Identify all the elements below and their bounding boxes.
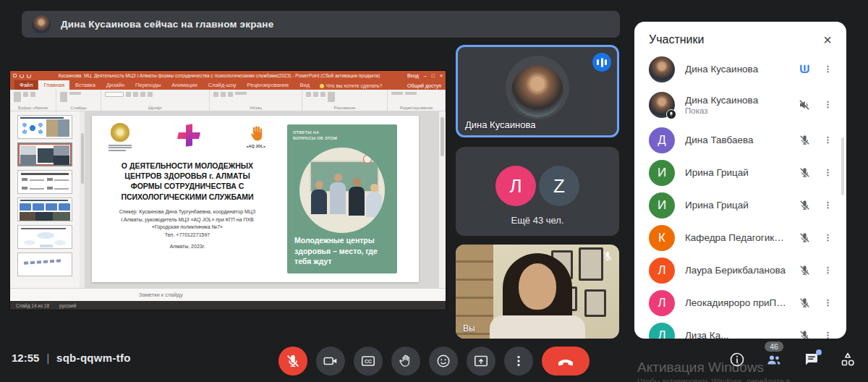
lightbulb-icon bbox=[320, 84, 324, 88]
close-icon[interactable]: × bbox=[823, 33, 832, 47]
more-options-button[interactable] bbox=[822, 167, 833, 178]
participants-scrollbar[interactable] bbox=[841, 137, 844, 195]
more-options-button[interactable] bbox=[822, 64, 833, 75]
more-options-button[interactable] bbox=[504, 347, 533, 375]
participant-row[interactable]: Д Дина Тавбаева bbox=[634, 124, 846, 156]
tab-review[interactable]: Рецензирование bbox=[242, 80, 294, 90]
audio-level-indicator bbox=[592, 53, 611, 72]
shared-screen-powerpoint: Кусаинова_МЦ_Деятельность МЦЗ г.Алматы ф… bbox=[10, 71, 446, 310]
ribbon-group-font[interactable]: Шрифт bbox=[101, 90, 210, 111]
raise-hand-button[interactable] bbox=[391, 347, 420, 375]
activities-button[interactable] bbox=[839, 351, 856, 368]
tab-animations[interactable]: Анимации bbox=[166, 80, 202, 90]
svg-text:CC: CC bbox=[365, 359, 372, 364]
tab-view[interactable]: Вид bbox=[294, 80, 315, 90]
screen-share-banner: Дина Кусаинова сейчас на главном экране bbox=[22, 11, 620, 38]
slide-logos: «AQ JOL» bbox=[102, 123, 273, 156]
more-options-button[interactable] bbox=[822, 232, 833, 243]
thumbnail-scrollbar[interactable] bbox=[80, 111, 85, 288]
tab-design[interactable]: Дизайн bbox=[101, 80, 129, 90]
green-panel-kicker: ОТВЕТЫ НА ВОПРОСЫ ОБ ЭТОМ bbox=[293, 130, 339, 142]
more-options-button[interactable] bbox=[822, 135, 833, 145]
participant-avatar: И bbox=[649, 160, 675, 186]
minimize-button[interactable]: – bbox=[424, 73, 427, 78]
tab-insert[interactable]: Вставка bbox=[70, 80, 101, 90]
mic-off-icon bbox=[797, 297, 812, 309]
slide-thumbnail[interactable] bbox=[17, 198, 72, 221]
mic-off-icon bbox=[797, 199, 812, 211]
more-options-button[interactable] bbox=[822, 99, 833, 110]
more-options-button[interactable] bbox=[822, 297, 833, 308]
captions-button[interactable]: CC bbox=[354, 347, 383, 375]
slide-footer: Алматы, 2023г. bbox=[170, 244, 205, 249]
people-button[interactable]: 46 bbox=[765, 351, 783, 368]
ribbon-group-drawing[interactable]: Рисование bbox=[302, 90, 388, 111]
share-button[interactable]: Общий доступ bbox=[407, 83, 441, 90]
speaker-video-tile[interactable]: Дина Кусаинова bbox=[456, 45, 619, 137]
slide-counter: Слайд 14 из 18 bbox=[16, 303, 49, 308]
participant-row[interactable]: Л Лиза Ка... bbox=[634, 319, 846, 339]
reactions-button[interactable] bbox=[429, 347, 458, 375]
participant-row[interactable]: И Ирина Грицай bbox=[634, 156, 846, 189]
slide-thumbnail[interactable] bbox=[17, 252, 72, 276]
participant-avatar: К bbox=[649, 225, 675, 251]
participant-row[interactable]: Л Лаура Берикбаланова bbox=[634, 254, 846, 286]
tab-transitions[interactable]: Переходы bbox=[130, 80, 166, 90]
self-face bbox=[519, 263, 556, 310]
tab-slideshow[interactable]: Слайд-шоу bbox=[203, 80, 242, 90]
slide-editing-area: «AQ JOL» О ДЕЯТЕЛЬНОСТИ МОЛОДЕЖНЫХ ЦЕНТР… bbox=[85, 111, 446, 288]
meeting-details-button[interactable] bbox=[728, 351, 746, 368]
ribbon-group-slides[interactable]: Слайды bbox=[56, 90, 101, 111]
ppt-quick-access-toolbar[interactable] bbox=[13, 74, 31, 78]
mic-toggle-button[interactable] bbox=[278, 347, 307, 375]
participant-row[interactable]: Дина Кусаинова bbox=[634, 53, 846, 85]
participant-avatar bbox=[649, 56, 675, 82]
slide-thumbnail-selected[interactable] bbox=[17, 143, 72, 166]
overflow-avatar: Z bbox=[539, 166, 579, 206]
ribbon-group-clipboard[interactable]: Буфер обмена bbox=[10, 90, 56, 111]
self-video-tile[interactable]: Вы bbox=[456, 245, 619, 339]
language-indicator: русский bbox=[59, 303, 76, 308]
participant-avatar: Л bbox=[649, 323, 675, 339]
youth-illustration bbox=[299, 148, 385, 233]
tab-home[interactable]: Главная bbox=[38, 80, 69, 90]
participant-avatar: Л bbox=[649, 258, 675, 284]
ppt-account-label[interactable]: Вход bbox=[407, 73, 419, 78]
pin-icon bbox=[666, 109, 676, 119]
slide-scrollbar[interactable] bbox=[439, 111, 446, 288]
slide-thumbnail[interactable] bbox=[17, 170, 72, 194]
close-button[interactable]: × bbox=[440, 73, 443, 78]
slide-phone: Тел. +77012271597 bbox=[165, 232, 210, 237]
tab-file[interactable]: Файл bbox=[14, 80, 38, 90]
maximize-button[interactable]: □ bbox=[432, 73, 435, 78]
more-options-button[interactable] bbox=[822, 200, 833, 211]
mic-off-icon bbox=[797, 232, 812, 244]
tell-me-search[interactable]: Что вы хотите сделать? bbox=[320, 83, 382, 90]
slide-title: О ДЕЯТЕЛЬНОСТИ МОЛОДЕЖНЫХ ЦЕНТРОВ ЗДОРОВ… bbox=[111, 161, 264, 202]
notes-pane[interactable]: Заметки к слайду bbox=[10, 288, 446, 301]
end-call-button[interactable] bbox=[542, 347, 590, 375]
participant-row[interactable]: Дина Кусаинова Показ bbox=[634, 85, 846, 124]
current-slide[interactable]: «AQ JOL» О ДЕЯТЕЛЬНОСТИ МОЛОДЕЖНЫХ ЦЕНТР… bbox=[92, 116, 419, 282]
camera-toggle-button[interactable] bbox=[316, 347, 345, 375]
ppt-ribbon: Буфер обмена Слайды Шрифт Абзац Рисовани… bbox=[10, 90, 446, 111]
undo-icon[interactable] bbox=[20, 74, 24, 78]
participants-panel: Участники × Дина Кусаинова Дина Кус bbox=[634, 22, 846, 339]
meeting-code: sqb-qqwm-tfo bbox=[56, 352, 131, 364]
ribbon-group-paragraph[interactable]: Абзац bbox=[210, 90, 302, 111]
ppt-ribbon-tabs: Файл Главная Вставка Дизайн Переходы Ани… bbox=[10, 80, 446, 90]
more-options-button[interactable] bbox=[822, 330, 833, 339]
mic-off-icon bbox=[602, 250, 613, 262]
participant-row[interactable]: И Ирина Грицай bbox=[634, 189, 846, 221]
present-button[interactable] bbox=[467, 347, 495, 375]
slide-thumbnail[interactable] bbox=[17, 115, 72, 139]
ribbon-group-editing[interactable]: Редактирование bbox=[388, 90, 446, 111]
participant-row[interactable]: К Кафедра Педагогики и п... bbox=[634, 221, 846, 254]
overflow-participants-tile[interactable]: Z Л Ещё 43 чел. bbox=[456, 147, 619, 236]
slide-speaker-info: Спикер: Кусаинова Дина Тургунбаевна, коо… bbox=[109, 208, 266, 232]
chat-button[interactable] bbox=[802, 351, 820, 368]
participant-row[interactable]: Л Леокадияроро приПоля... bbox=[634, 286, 846, 319]
more-options-button[interactable] bbox=[822, 265, 833, 276]
slide-thumbnail[interactable] bbox=[17, 225, 72, 249]
save-icon[interactable] bbox=[13, 74, 17, 77]
